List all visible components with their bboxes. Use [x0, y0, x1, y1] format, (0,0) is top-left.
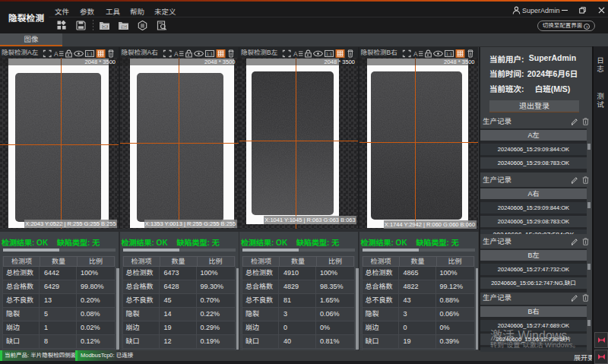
svg-text:A: A — [293, 49, 298, 57]
svg-text:NG: NG — [121, 24, 127, 29]
svg-text:OK: OK — [102, 24, 108, 29]
svg-text:1:1: 1:1 — [326, 52, 333, 56]
svg-text:A: A — [174, 49, 179, 57]
svg-text:1:1: 1:1 — [445, 52, 452, 56]
svg-text:1:1: 1:1 — [87, 52, 93, 56]
svg-text:1:1: 1:1 — [206, 52, 213, 56]
svg-text:A: A — [413, 49, 418, 57]
svg-text:A: A — [54, 49, 59, 57]
